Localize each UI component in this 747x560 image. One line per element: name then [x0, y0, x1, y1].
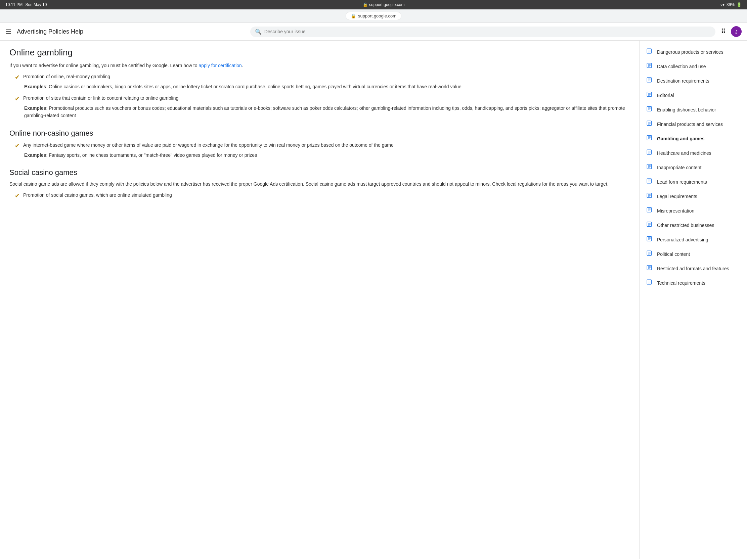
sidebar-item-healthcare[interactable]: Healthcare and medicines — [640, 146, 747, 160]
sidebar-label-inappropriate-content: Inappropriate content — [657, 165, 701, 170]
examples-block-3: Examples: Fantasy sports, online chess t… — [24, 152, 630, 159]
sidebar-item-financial-products[interactable]: Financial products and services — [640, 117, 747, 131]
sidebar-label-personalized-advertising: Personalized advertising — [657, 237, 709, 242]
checkmark-icon-4: ✔ — [15, 192, 20, 199]
sidebar-item-editorial[interactable]: Editorial — [640, 88, 747, 102]
sidebar-item-enabling-dishonest[interactable]: Enabling dishonest behavior — [640, 102, 747, 117]
doc-icon-dangerous-products — [646, 48, 652, 56]
url-pill[interactable]: 🔒 support.google.com — [345, 12, 402, 20]
social-casino-intro: Social casino game ads are allowed if th… — [9, 180, 630, 188]
page-title: Advertising Policies Help — [17, 28, 245, 35]
examples-block-2: Examples: Promotional products such as v… — [24, 104, 630, 119]
sidebar-label-editorial: Editorial — [657, 93, 674, 98]
wifi-icon: ▿▾ — [720, 2, 724, 7]
header: ☰ Advertising Policies Help 🔍 ⠿ J — [0, 23, 747, 41]
sidebar-item-lead-form[interactable]: Lead form requirements — [640, 175, 747, 189]
status-bar: 10:11 PM Sun May 10 🔒 support.google.com… — [0, 0, 747, 9]
check-item-3: ✔ Any internet-based game where money or… — [15, 142, 630, 150]
section-title-gambling: Online gambling — [9, 47, 630, 58]
url-bar: 🔒 support.google.com — [0, 9, 747, 23]
doc-icon-restricted-ad-formats — [646, 265, 652, 272]
sidebar-item-misrepresentation[interactable]: Misrepresentation — [640, 204, 747, 218]
sidebar-label-healthcare: Healthcare and medicines — [657, 151, 712, 156]
check-text-3: Any internet-based game where money or o… — [23, 142, 394, 149]
main-layout: Online gambling If you want to advertise… — [0, 41, 747, 559]
status-bar-left: 10:11 PM Sun May 10 — [5, 2, 47, 7]
doc-icon-legal-requirements — [646, 192, 652, 200]
checkmark-icon-2: ✔ — [15, 95, 20, 102]
battery-icon: 🔋 — [737, 2, 742, 7]
sidebar-label-misrepresentation: Misrepresentation — [657, 208, 694, 214]
hamburger-icon[interactable]: ☰ — [5, 28, 11, 35]
certification-link[interactable]: apply for certification — [199, 63, 241, 68]
check-item-1: ✔ Promotion of online, real-money gambli… — [15, 73, 630, 81]
sidebar-label-financial-products: Financial products and services — [657, 122, 723, 127]
sidebar-item-gambling-games[interactable]: Gambling and games — [640, 131, 747, 146]
sidebar-item-restricted-ad-formats[interactable]: Restricted ad formats and features — [640, 261, 747, 276]
checkmark-icon-3: ✔ — [15, 142, 20, 150]
lock-icon: 🔒 — [363, 2, 368, 7]
header-icons: ⠿ J — [721, 26, 742, 37]
gambling-intro: If you want to advertise for online gamb… — [9, 62, 630, 69]
sidebar-label-legal-requirements: Legal requirements — [657, 194, 697, 199]
sidebar-label-gambling-games: Gambling and games — [657, 136, 705, 141]
doc-icon-lead-form — [646, 178, 652, 186]
check-text-1: Promotion of online, real-money gambling — [23, 73, 110, 80]
sidebar-label-enabling-dishonest: Enabling dishonest behavior — [657, 107, 716, 112]
doc-icon-enabling-dishonest — [646, 106, 652, 113]
check-item-4: ✔ Promotion of social casino games, whic… — [15, 192, 630, 199]
sidebar-item-inappropriate-content[interactable]: Inappropriate content — [640, 160, 747, 175]
doc-icon-editorial — [646, 91, 652, 99]
sidebar-item-dangerous-products[interactable]: Dangerous products or services — [640, 45, 747, 59]
status-bar-right: ▿▾ 39% 🔋 — [720, 2, 742, 7]
sidebar-label-data-collection: Data collection and use — [657, 64, 706, 69]
search-bar[interactable]: 🔍 — [250, 27, 716, 37]
sidebar-item-other-restricted[interactable]: Other restricted businesses — [640, 218, 747, 232]
section-title-social-casino: Social casino games — [9, 168, 630, 177]
sidebar-item-data-collection[interactable]: Data collection and use — [640, 59, 747, 74]
doc-icon-destination-requirements — [646, 77, 652, 85]
examples-block-1: Examples: Online casinos or bookmakers, … — [24, 83, 630, 90]
doc-icon-technical-requirements — [646, 279, 652, 287]
doc-icon-data-collection — [646, 62, 652, 70]
sidebar-item-personalized-advertising[interactable]: Personalized advertising — [640, 232, 747, 247]
section-title-non-casino: Online non-casino games — [9, 129, 630, 138]
doc-icon-healthcare — [646, 149, 652, 157]
date-label: Sun May 10 — [25, 2, 47, 7]
content-area: Online gambling If you want to advertise… — [0, 41, 640, 559]
sidebar-label-dangerous-products: Dangerous products or services — [657, 49, 723, 55]
doc-icon-inappropriate-content — [646, 163, 652, 171]
sidebar-label-political-content: Political content — [657, 251, 690, 257]
url-text: support.google.com — [358, 14, 396, 19]
battery-label: 39% — [726, 2, 735, 7]
doc-icon-financial-products — [646, 120, 652, 128]
sidebar-label-technical-requirements: Technical requirements — [657, 280, 705, 286]
apps-icon[interactable]: ⠿ — [721, 28, 726, 35]
doc-icon-misrepresentation — [646, 207, 652, 215]
doc-icon-other-restricted — [646, 221, 652, 229]
avatar[interactable]: J — [731, 26, 742, 37]
doc-icon-political-content — [646, 250, 652, 258]
sidebar-label-destination-requirements: Destination requirements — [657, 78, 710, 84]
sidebar-item-legal-requirements[interactable]: Legal requirements — [640, 189, 747, 204]
checkmark-icon-1: ✔ — [15, 74, 20, 81]
sidebar-item-political-content[interactable]: Political content — [640, 247, 747, 261]
sidebar: Dangerous products or services Data coll… — [640, 41, 747, 559]
url-label: support.google.com — [369, 2, 405, 7]
doc-icon-gambling-games — [646, 135, 652, 142]
sidebar-label-other-restricted: Other restricted businesses — [657, 222, 714, 228]
time-label: 10:11 PM — [5, 2, 23, 7]
sidebar-item-technical-requirements[interactable]: Technical requirements — [640, 276, 747, 290]
check-item-2: ✔ Promotion of sites that contain or lin… — [15, 95, 630, 102]
check-text-2: Promotion of sites that contain or link … — [23, 95, 178, 102]
search-input[interactable] — [264, 29, 711, 34]
check-text-4: Promotion of social casino games, which … — [23, 192, 172, 199]
sidebar-item-destination-requirements[interactable]: Destination requirements — [640, 74, 747, 88]
status-bar-center: 🔒 support.google.com — [363, 2, 405, 7]
lock-small-icon: 🔒 — [351, 14, 356, 19]
sidebar-label-lead-form: Lead form requirements — [657, 179, 707, 185]
sidebar-label-restricted-ad-formats: Restricted ad formats and features — [657, 266, 729, 271]
doc-icon-personalized-advertising — [646, 236, 652, 243]
search-icon: 🔍 — [255, 29, 262, 35]
